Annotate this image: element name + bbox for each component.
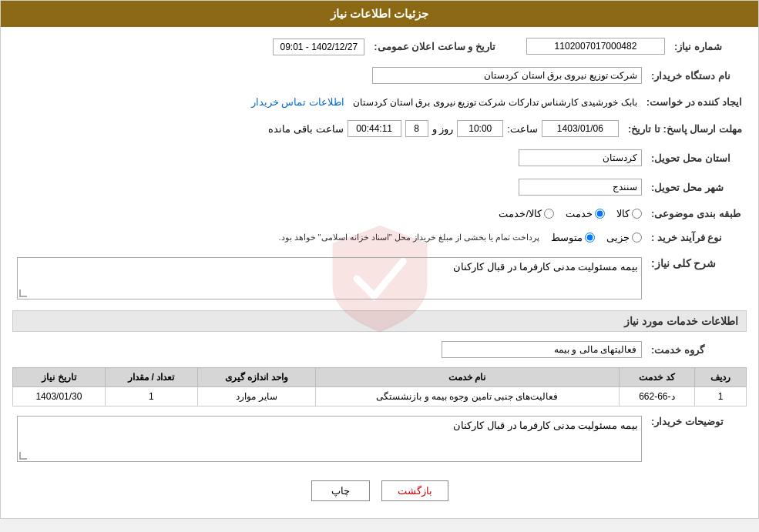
page-title: جزئیات اطلاعات نیاز — [331, 7, 428, 20]
deadline-day-label: روز و — [432, 123, 454, 135]
buyer-desc-value: بیمه مسئولیت مدنی کارفرما در قبال کارکنا… — [453, 420, 638, 431]
purchase-option-motavasset[interactable]: متوسط — [551, 232, 595, 243]
deadline-date: 1403/01/06 — [542, 120, 619, 137]
buyer-org-label: نام دستگاه خریدار: — [646, 64, 747, 87]
province-label: استان محل تحویل: — [646, 146, 747, 169]
creator-label: ایجاد کننده در خواست: — [642, 93, 747, 111]
service-group-value: فعالیتهای مالی و بیمه — [442, 341, 642, 358]
deadline-days: 8 — [405, 120, 428, 137]
request-number-label: شماره نیاز: — [670, 35, 747, 58]
resize-handle — [19, 289, 27, 297]
general-desc-value: بیمه مسئولیت مدنی کارفرما در قبال کارکنا… — [453, 261, 638, 273]
col-row: ردیف — [695, 368, 747, 387]
creator-value: بابک خورشیدی کارشناس تدارکات شرکت توزیع … — [353, 97, 637, 108]
resize-handle-2 — [19, 452, 27, 460]
purchase-note: پرداخت تمام یا بخشی از مبلغ خریداز محل "… — [278, 233, 539, 243]
province-value: کردستان — [519, 149, 642, 166]
creator-contact-link[interactable]: اطلاعات تماس خریدار — [251, 96, 344, 108]
category-option-khedmat[interactable]: خدمت — [566, 208, 605, 219]
col-quantity: تعداد / مقدار — [105, 368, 197, 387]
category-radio-kala[interactable] — [632, 209, 642, 219]
general-desc-container: بیمه مسئولیت مدنی کارفرما در قبال کارکنا… — [17, 257, 642, 299]
purchase-option-jozi[interactable]: جزیی — [606, 232, 642, 243]
category-radio-kala-khedmat[interactable] — [544, 209, 554, 219]
service-group-label: گروه خدمت: — [646, 338, 747, 361]
announce-value: 1402/12/27 - 09:01 — [273, 38, 364, 55]
back-button[interactable]: بازگشت — [381, 480, 448, 501]
deadline-time: 10:00 — [457, 120, 503, 137]
deadline-label: مهلت ارسال پاسخ: تا تاریخ: — [623, 117, 747, 140]
category-radio-khedmat[interactable] — [595, 209, 605, 219]
purchase-radio-jozi[interactable] — [632, 233, 642, 243]
deadline-remaining: 00:44:11 — [348, 120, 401, 137]
cell-quantity: 1 — [105, 387, 197, 407]
purchase-radio-motavasset[interactable] — [585, 233, 595, 243]
cell-unit: سایر موارد — [197, 387, 315, 407]
deadline-remaining-label: ساعت باقی مانده — [268, 123, 343, 135]
city-label: شهر محل تحویل: — [646, 176, 747, 199]
col-name: نام خدمت — [316, 368, 619, 387]
print-button[interactable]: چاپ — [311, 480, 370, 501]
purchase-type-label: نوع فرآیند خرید : — [646, 229, 747, 246]
page-header: جزئیات اطلاعات نیاز — [1, 1, 758, 27]
announce-label: تاریخ و ساعت اعلان عمومی: — [369, 35, 500, 58]
general-desc-label: شرح کلی نیاز: — [646, 254, 747, 303]
cell-code: د-66-662 — [619, 387, 695, 407]
request-number-value: 1102007017000482 — [516, 35, 670, 58]
service-info-section-title: اطلاعات خدمات مورد نیاز — [12, 310, 747, 332]
cell-date: 1403/01/30 — [13, 387, 106, 407]
cell-row: 1 — [695, 387, 747, 407]
category-option-kala-khedmat[interactable]: کالا/خدمت — [499, 208, 554, 219]
buyer-desc-container: بیمه مسئولیت مدنی کارفرما در قبال کارکنا… — [17, 416, 642, 462]
category-option-kala[interactable]: کالا — [616, 208, 642, 219]
category-label: طبقه بندی موضوعی: — [646, 205, 747, 223]
table-row: 1د-66-662فعالیت‌های جنبی تامین وجوه بیمه… — [13, 387, 747, 407]
cell-name: فعالیت‌های جنبی تامین وجوه بیمه و بازنشس… — [316, 387, 619, 407]
request-number-field: 1102007017000482 — [526, 38, 665, 55]
deadline-time-label: ساعت: — [507, 123, 538, 135]
col-code: کد خدمت — [619, 368, 695, 387]
col-date: تاریخ نیاز — [13, 368, 106, 387]
button-row: بازگشت چاپ — [12, 471, 747, 510]
buyer-desc-label: توضیحات خریدار: — [646, 413, 747, 465]
city-value: سنندج — [519, 179, 642, 196]
service-table: ردیف کد خدمت نام خدمت واحد اندازه گیری ت… — [12, 367, 747, 407]
buyer-org-value: شرکت توزیع نیروی برق استان کردستان — [372, 67, 642, 84]
col-unit: واحد اندازه گیری — [197, 368, 315, 387]
